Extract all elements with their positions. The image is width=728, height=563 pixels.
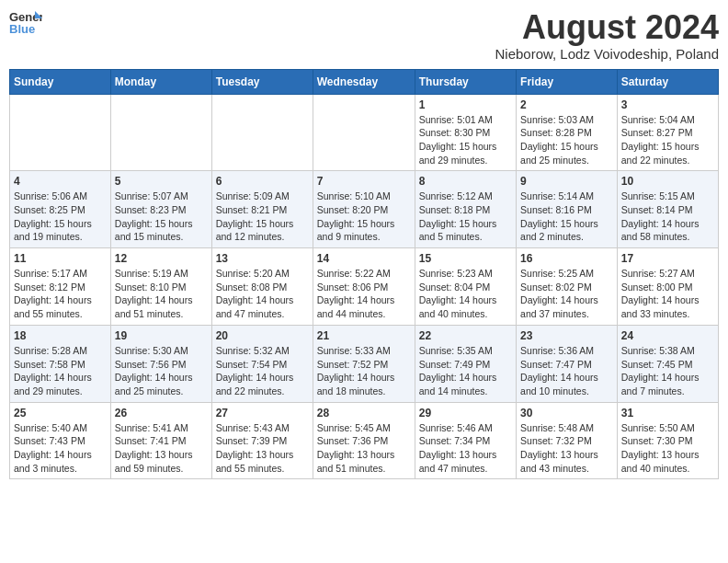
day-info: Sunrise: 5:10 AMSunset: 8:20 PMDaylight:…	[317, 190, 411, 244]
month-title: August 2024	[495, 9, 719, 46]
day-number: 9	[520, 175, 613, 188]
day-info: Sunrise: 5:45 AMSunset: 7:36 PMDaylight:…	[317, 421, 411, 476]
calendar-cell: 14Sunrise: 5:22 AMSunset: 8:06 PMDayligh…	[313, 248, 415, 326]
title-block: August 2024 Nieborow, Lodz Voivodeship, …	[495, 9, 719, 62]
calendar-cell: 17Sunrise: 5:27 AMSunset: 8:00 PMDayligh…	[617, 248, 718, 326]
weekday-header-tuesday: Tuesday	[211, 69, 313, 94]
day-number: 7	[317, 175, 411, 188]
calendar-week-5: 25Sunrise: 5:40 AMSunset: 7:43 PMDayligh…	[10, 402, 719, 479]
weekday-header-saturday: Saturday	[617, 69, 718, 94]
logo: General Blue	[9, 9, 42, 35]
day-info: Sunrise: 5:22 AMSunset: 8:06 PMDaylight:…	[317, 267, 411, 321]
day-number: 16	[520, 252, 613, 265]
calendar-cell: 30Sunrise: 5:48 AMSunset: 7:32 PMDayligh…	[517, 402, 618, 479]
calendar-cell: 13Sunrise: 5:20 AMSunset: 8:08 PMDayligh…	[211, 248, 313, 326]
day-number: 22	[419, 329, 512, 342]
day-info: Sunrise: 5:25 AMSunset: 8:02 PMDaylight:…	[520, 267, 613, 321]
calendar-cell: 6Sunrise: 5:09 AMSunset: 8:21 PMDaylight…	[211, 171, 313, 248]
weekday-header-wednesday: Wednesday	[313, 69, 415, 94]
calendar-cell: 22Sunrise: 5:35 AMSunset: 7:49 PMDayligh…	[415, 325, 516, 402]
day-info: Sunrise: 5:04 AMSunset: 8:27 PMDaylight:…	[621, 113, 714, 167]
day-info: Sunrise: 5:23 AMSunset: 8:04 PMDaylight:…	[419, 267, 512, 321]
day-info: Sunrise: 5:35 AMSunset: 7:49 PMDaylight:…	[419, 344, 512, 398]
day-number: 24	[621, 329, 714, 342]
calendar-week-4: 18Sunrise: 5:28 AMSunset: 7:58 PMDayligh…	[10, 325, 719, 402]
day-info: Sunrise: 5:33 AMSunset: 7:52 PMDaylight:…	[317, 344, 411, 398]
calendar-cell: 10Sunrise: 5:15 AMSunset: 8:14 PMDayligh…	[617, 171, 718, 248]
day-number: 18	[14, 329, 107, 342]
calendar-cell: 16Sunrise: 5:25 AMSunset: 8:02 PMDayligh…	[517, 248, 618, 326]
weekday-header-thursday: Thursday	[415, 69, 516, 94]
calendar-week-2: 4Sunrise: 5:06 AMSunset: 8:25 PMDaylight…	[10, 171, 719, 248]
day-info: Sunrise: 5:41 AMSunset: 7:41 PMDaylight:…	[115, 421, 208, 476]
calendar-cell	[313, 94, 415, 171]
day-number: 27	[216, 407, 309, 419]
day-info: Sunrise: 5:38 AMSunset: 7:45 PMDaylight:…	[621, 344, 714, 398]
calendar-cell: 27Sunrise: 5:43 AMSunset: 7:39 PMDayligh…	[211, 402, 313, 479]
day-info: Sunrise: 5:40 AMSunset: 7:43 PMDaylight:…	[14, 421, 107, 476]
day-info: Sunrise: 5:36 AMSunset: 7:47 PMDaylight:…	[520, 344, 613, 398]
day-number: 13	[216, 252, 309, 265]
day-number: 29	[419, 407, 512, 419]
day-info: Sunrise: 5:46 AMSunset: 7:34 PMDaylight:…	[419, 421, 512, 476]
day-info: Sunrise: 5:14 AMSunset: 8:16 PMDaylight:…	[520, 190, 613, 244]
day-info: Sunrise: 5:01 AMSunset: 8:30 PMDaylight:…	[419, 113, 512, 167]
calendar-cell: 15Sunrise: 5:23 AMSunset: 8:04 PMDayligh…	[415, 248, 516, 326]
location-subtitle: Nieborow, Lodz Voivodeship, Poland	[495, 46, 719, 62]
day-info: Sunrise: 5:19 AMSunset: 8:10 PMDaylight:…	[115, 267, 208, 321]
day-info: Sunrise: 5:15 AMSunset: 8:14 PMDaylight:…	[621, 190, 714, 244]
day-number: 11	[14, 252, 107, 265]
calendar-cell: 23Sunrise: 5:36 AMSunset: 7:47 PMDayligh…	[517, 325, 618, 402]
svg-text:Blue: Blue	[9, 22, 35, 35]
calendar-cell	[211, 94, 313, 171]
logo-icon: General Blue	[9, 9, 42, 35]
day-info: Sunrise: 5:03 AMSunset: 8:28 PMDaylight:…	[520, 113, 613, 167]
day-info: Sunrise: 5:48 AMSunset: 7:32 PMDaylight:…	[520, 421, 613, 476]
day-number: 30	[520, 407, 613, 419]
day-number: 15	[419, 252, 512, 265]
day-number: 26	[115, 407, 208, 419]
weekday-header-friday: Friday	[517, 69, 618, 94]
calendar-cell: 25Sunrise: 5:40 AMSunset: 7:43 PMDayligh…	[10, 402, 111, 479]
weekday-header-row: SundayMondayTuesdayWednesdayThursdayFrid…	[10, 69, 719, 94]
day-info: Sunrise: 5:30 AMSunset: 7:56 PMDaylight:…	[115, 344, 208, 398]
calendar-cell: 8Sunrise: 5:12 AMSunset: 8:18 PMDaylight…	[415, 171, 516, 248]
day-info: Sunrise: 5:07 AMSunset: 8:23 PMDaylight:…	[115, 190, 208, 244]
calendar-cell: 11Sunrise: 5:17 AMSunset: 8:12 PMDayligh…	[10, 248, 111, 326]
weekday-header-sunday: Sunday	[10, 69, 111, 94]
calendar-table: SundayMondayTuesdayWednesdayThursdayFrid…	[9, 69, 719, 480]
calendar-cell: 5Sunrise: 5:07 AMSunset: 8:23 PMDaylight…	[110, 171, 211, 248]
day-number: 5	[115, 175, 208, 188]
day-number: 19	[115, 329, 208, 342]
calendar-week-3: 11Sunrise: 5:17 AMSunset: 8:12 PMDayligh…	[10, 248, 719, 326]
day-number: 31	[621, 407, 714, 419]
day-info: Sunrise: 5:28 AMSunset: 7:58 PMDaylight:…	[14, 344, 107, 398]
day-info: Sunrise: 5:32 AMSunset: 7:54 PMDaylight:…	[216, 344, 309, 398]
day-info: Sunrise: 5:50 AMSunset: 7:30 PMDaylight:…	[621, 421, 714, 476]
day-info: Sunrise: 5:20 AMSunset: 8:08 PMDaylight:…	[216, 267, 309, 321]
day-number: 1	[419, 98, 512, 111]
calendar-cell: 26Sunrise: 5:41 AMSunset: 7:41 PMDayligh…	[110, 402, 211, 479]
calendar-cell: 20Sunrise: 5:32 AMSunset: 7:54 PMDayligh…	[211, 325, 313, 402]
calendar-cell: 3Sunrise: 5:04 AMSunset: 8:27 PMDaylight…	[617, 94, 718, 171]
day-number: 17	[621, 252, 714, 265]
calendar-cell: 9Sunrise: 5:14 AMSunset: 8:16 PMDaylight…	[517, 171, 618, 248]
day-number: 28	[317, 407, 411, 419]
calendar-cell: 7Sunrise: 5:10 AMSunset: 8:20 PMDaylight…	[313, 171, 415, 248]
day-number: 3	[621, 98, 714, 111]
day-number: 23	[520, 329, 613, 342]
calendar-cell: 1Sunrise: 5:01 AMSunset: 8:30 PMDaylight…	[415, 94, 516, 171]
calendar-cell: 31Sunrise: 5:50 AMSunset: 7:30 PMDayligh…	[617, 402, 718, 479]
calendar-cell: 24Sunrise: 5:38 AMSunset: 7:45 PMDayligh…	[617, 325, 718, 402]
calendar-week-1: 1Sunrise: 5:01 AMSunset: 8:30 PMDaylight…	[10, 94, 719, 171]
calendar-cell	[110, 94, 211, 171]
day-info: Sunrise: 5:17 AMSunset: 8:12 PMDaylight:…	[14, 267, 107, 321]
day-number: 12	[115, 252, 208, 265]
day-info: Sunrise: 5:06 AMSunset: 8:25 PMDaylight:…	[14, 190, 107, 244]
calendar-cell: 29Sunrise: 5:46 AMSunset: 7:34 PMDayligh…	[415, 402, 516, 479]
day-number: 4	[14, 175, 107, 188]
day-number: 6	[216, 175, 309, 188]
day-number: 8	[419, 175, 512, 188]
day-number: 2	[520, 98, 613, 111]
day-number: 10	[621, 175, 714, 188]
